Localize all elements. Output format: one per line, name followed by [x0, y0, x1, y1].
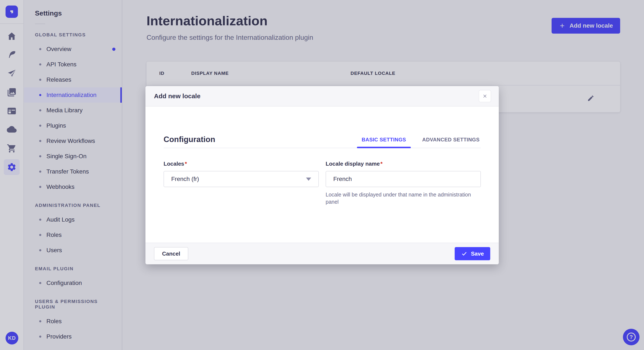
- configuration-header: Configuration BASIC SETTINGS ADVANCED SE…: [164, 107, 481, 148]
- modal-footer: Cancel Save: [146, 243, 499, 264]
- display-name-hint: Locale will be displayed under that name…: [326, 191, 481, 205]
- modal-body: Configuration BASIC SETTINGS ADVANCED SE…: [146, 107, 499, 243]
- required-marker: *: [380, 161, 382, 167]
- locales-select-value: French (fr): [171, 176, 199, 182]
- display-name-field: Locale display name* Locale will be disp…: [326, 161, 481, 205]
- tab-basic-settings[interactable]: BASIC SETTINGS: [360, 137, 407, 148]
- display-name-input[interactable]: [326, 171, 481, 187]
- display-name-label: Locale display name*: [326, 161, 481, 167]
- modal-header: Add new locale: [146, 86, 499, 107]
- configuration-title: Configuration: [164, 135, 215, 148]
- cancel-button[interactable]: Cancel: [154, 247, 188, 260]
- form-fields-row: Locales* French (fr) Locale display name…: [164, 148, 481, 205]
- modal-title: Add new locale: [154, 93, 200, 100]
- display-name-label-text: Locale display name: [326, 161, 380, 167]
- add-locale-modal: Add new locale Configuration BASIC SETTI…: [146, 86, 499, 264]
- save-button[interactable]: Save: [455, 247, 490, 260]
- chevron-down-icon: [306, 177, 311, 181]
- locales-label: Locales*: [164, 161, 319, 167]
- tab-advanced-settings[interactable]: ADVANCED SETTINGS: [421, 137, 481, 148]
- locales-select[interactable]: French (fr): [164, 171, 319, 187]
- close-icon: [482, 93, 488, 99]
- settings-tabs: BASIC SETTINGS ADVANCED SETTINGS: [360, 137, 481, 148]
- close-button[interactable]: [479, 90, 491, 102]
- locales-field: Locales* French (fr): [164, 161, 319, 205]
- required-marker: *: [185, 161, 187, 167]
- check-icon: [461, 250, 468, 257]
- locales-label-text: Locales: [164, 161, 184, 167]
- save-button-label: Save: [471, 250, 484, 257]
